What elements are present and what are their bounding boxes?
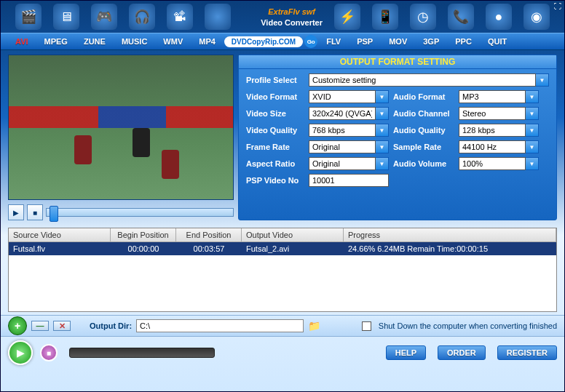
apple-icon[interactable]: [205, 4, 231, 30]
th-begin[interactable]: Begin Position: [111, 228, 176, 241]
avol-select[interactable]: [459, 157, 526, 170]
vformat-select[interactable]: [309, 90, 376, 103]
go-button[interactable]: Go: [304, 35, 317, 48]
td-begin: 00:00:00: [111, 242, 176, 255]
td-progress: 24.66% 6.24MB Remain Time:00:00:15: [344, 242, 556, 255]
video-preview: [8, 55, 234, 200]
brand-name: ExtraFlv swf: [268, 7, 315, 16]
dropdown-icon[interactable]: ▼: [376, 107, 389, 120]
th-source[interactable]: Source Video: [9, 228, 111, 241]
psp-label: PSP Video No: [246, 176, 304, 185]
wmv-icon[interactable]: 📽: [167, 4, 193, 30]
dropdown-icon[interactable]: ▼: [526, 157, 539, 170]
frate-select[interactable]: [309, 140, 376, 153]
dropdown-icon[interactable]: ▼: [376, 90, 389, 103]
vsize-label: Video Size: [246, 109, 304, 118]
aspect-select[interactable]: [309, 157, 376, 170]
dropdown-icon[interactable]: ▼: [526, 124, 539, 137]
stop-button[interactable]: ■: [27, 204, 43, 220]
tab-wmv[interactable]: WMV: [156, 36, 190, 47]
aformat-select[interactable]: [459, 90, 526, 103]
srate-select[interactable]: [459, 140, 526, 153]
browse-icon[interactable]: 📁: [308, 320, 320, 332]
globe-icon[interactable]: ◉: [523, 4, 550, 30]
tab-quit[interactable]: QUIT: [481, 36, 514, 47]
aformat-label: Audio Format: [393, 92, 454, 101]
profile-label: Profile Select: [246, 76, 304, 84]
td-source: Futsal.flv: [9, 242, 111, 255]
nav-bar: AVI MPEG ZUNE MUSIC WMV MP4 DVDCopyRip.C…: [1, 33, 564, 50]
th-output[interactable]: Output Video: [242, 228, 344, 241]
mickey-icon[interactable]: ●: [486, 4, 512, 30]
settings-title: OUTPUT FORMAT SETTING: [239, 55, 556, 69]
aqual-select[interactable]: [459, 124, 526, 137]
output-bar: + — ✕ Output Dir: C:\ 📁 Shut Down the co…: [1, 315, 564, 337]
settings-panel: OUTPUT FORMAT SETTING Profile Select ▼ V…: [238, 55, 557, 220]
shutdown-label: Shut Down the computer when converting f…: [379, 321, 557, 330]
tab-flv[interactable]: FLV: [319, 36, 348, 47]
td-output: Futsal_2.avi: [242, 242, 344, 255]
register-button[interactable]: REGISTER: [497, 345, 557, 360]
tab-mov[interactable]: MOV: [382, 36, 414, 47]
dropdown-icon[interactable]: ▼: [526, 107, 539, 120]
tab-music[interactable]: MUSIC: [114, 36, 154, 47]
convert-button[interactable]: ▶: [8, 340, 33, 365]
dropdown-icon[interactable]: ▼: [526, 90, 539, 103]
dropdown-icon[interactable]: ▼: [536, 73, 549, 87]
th-progress[interactable]: Progress: [344, 228, 556, 241]
achan-select[interactable]: [459, 107, 526, 120]
mobile-icon[interactable]: 📞: [448, 4, 474, 30]
output-dir-field[interactable]: C:\: [136, 319, 304, 332]
vformat-label: Video Format: [246, 92, 304, 101]
profile-select[interactable]: [309, 73, 536, 87]
monitor-icon[interactable]: 🖥: [53, 4, 79, 30]
action-bar: ▶ ■ HELP ORDER REGISTER: [1, 337, 564, 369]
vqual-label: Video Quality: [246, 126, 304, 135]
tab-mp4[interactable]: MP4: [191, 36, 223, 47]
clear-button[interactable]: ✕: [53, 321, 71, 331]
maximize-icon[interactable]: ⛶: [554, 2, 561, 10]
flash-icon[interactable]: ⚡: [334, 4, 360, 30]
remove-button[interactable]: —: [31, 321, 49, 331]
pill-link[interactable]: DVDCopyRip.COM: [224, 36, 303, 47]
output-dir-label: Output Dir:: [90, 321, 132, 330]
dropdown-icon[interactable]: ▼: [526, 140, 539, 153]
progress-bar: [69, 348, 215, 358]
add-button[interactable]: +: [8, 316, 27, 335]
tab-ppc[interactable]: PPC: [448, 36, 479, 47]
tab-avi[interactable]: AVI: [8, 36, 36, 47]
help-button[interactable]: HELP: [386, 345, 426, 360]
srate-label: Sample Rate: [393, 143, 454, 151]
aspect-label: Aspect Ratio: [246, 159, 304, 168]
top-icon-bar: 🎬 🖥 🎮 🎧 📽 ExtraFlv swf Video Converter ⚡…: [1, 1, 564, 33]
brand-sub: Video Converter: [261, 18, 323, 27]
achan-label: Audio Channel: [393, 109, 454, 118]
gamepad-icon[interactable]: 🎮: [91, 4, 117, 30]
tab-3gp[interactable]: 3GP: [416, 36, 446, 47]
table-row[interactable]: Futsal.flv 00:00:00 00:03:57 Futsal_2.av…: [9, 242, 556, 255]
vsize-select[interactable]: [309, 107, 376, 120]
play-button[interactable]: ▶: [8, 204, 24, 220]
headphones-icon[interactable]: 🎧: [129, 4, 155, 30]
seek-slider[interactable]: [46, 208, 234, 217]
tab-psp[interactable]: PSP: [349, 36, 380, 47]
phone-icon[interactable]: 📱: [372, 4, 398, 30]
dropdown-icon[interactable]: ▼: [376, 157, 389, 170]
quicktime-icon[interactable]: ◷: [410, 4, 436, 30]
brand-logo: ExtraFlv swf Video Converter: [261, 6, 323, 28]
th-end[interactable]: End Position: [176, 228, 242, 241]
tab-mpeg[interactable]: MPEG: [37, 36, 75, 47]
stop-convert-button[interactable]: ■: [40, 344, 58, 361]
shutdown-checkbox[interactable]: [362, 321, 371, 331]
avol-label: Audio Volume: [393, 159, 454, 168]
psp-input[interactable]: [309, 174, 389, 187]
dropdown-icon[interactable]: ▼: [376, 124, 389, 137]
task-table: Source Video Begin Position End Position…: [8, 228, 557, 312]
vqual-select[interactable]: [309, 124, 376, 137]
order-button[interactable]: ORDER: [438, 345, 486, 360]
preview-panel: ▶ ■: [8, 55, 234, 220]
film-icon[interactable]: 🎬: [15, 4, 42, 30]
dropdown-icon[interactable]: ▼: [376, 140, 389, 153]
tab-zune[interactable]: ZUNE: [76, 36, 113, 47]
td-end: 00:03:57: [176, 242, 242, 255]
